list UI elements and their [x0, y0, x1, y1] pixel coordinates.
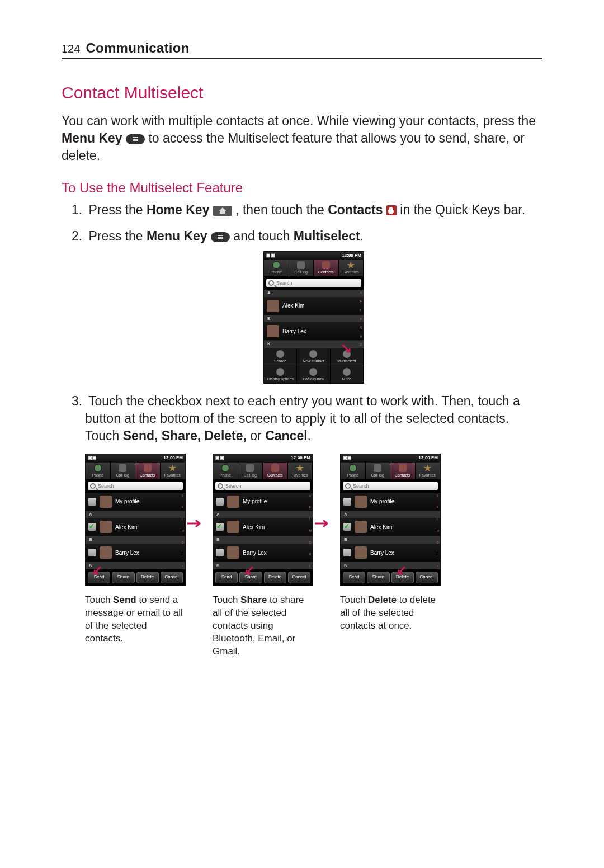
- text: .: [360, 229, 364, 243]
- phone-icon: [94, 464, 102, 472]
- checkbox[interactable]: [216, 549, 224, 556]
- bold-text: Delete: [368, 595, 397, 605]
- checkbox-checked[interactable]: [343, 523, 351, 531]
- checkbox[interactable]: [88, 549, 96, 556]
- tab-bar: Phone Call log Contacts Favorites: [86, 463, 185, 479]
- tab-favorites[interactable]: Favorites: [416, 463, 441, 479]
- tab-label: Phone: [92, 473, 103, 477]
- send-button[interactable]: Send: [343, 572, 365, 583]
- tab-contacts[interactable]: Contacts: [390, 463, 416, 479]
- avatar: [267, 300, 279, 312]
- caption-share: Touch Share to share all of the selected…: [213, 594, 313, 658]
- menu-display-options[interactable]: Display options: [264, 366, 297, 383]
- label: Multiselect: [337, 359, 356, 363]
- menu-new-contact[interactable]: New contact: [297, 348, 330, 365]
- status-bar: ▣▣12:00 PM: [213, 454, 313, 463]
- star-icon: [168, 464, 176, 472]
- section-title: Contact Multiselect: [62, 82, 542, 105]
- contact-row[interactable]: Barry Lex: [264, 322, 364, 341]
- tab-label: Call log: [116, 473, 129, 477]
- contact-row[interactable]: Alex Kim: [341, 518, 440, 536]
- checkbox-checked[interactable]: [88, 523, 96, 531]
- status-bar: ▣▣ 12:00 PM: [264, 252, 364, 260]
- phone-screenshot-menu: ▣▣ 12:00 PM Phone Call log Contacts Favo…: [263, 251, 364, 384]
- checkbox[interactable]: [343, 549, 351, 556]
- star-icon: [347, 261, 355, 269]
- caption-delete: Touch Delete to delete all of the select…: [340, 594, 441, 658]
- checkbox-checked[interactable]: [216, 523, 224, 531]
- contacts-list: My profile A Alex Kim B Barry Lex K AEIM…: [86, 493, 185, 569]
- tab-calllog[interactable]: Call log: [366, 463, 391, 479]
- tab-favorites[interactable]: Favorites: [161, 463, 186, 479]
- cancel-button[interactable]: Cancel: [288, 572, 310, 583]
- share-button[interactable]: Share: [112, 572, 134, 583]
- status-time: 12:00 PM: [342, 253, 361, 259]
- tab-contacts[interactable]: Contacts: [314, 260, 339, 276]
- checkbox[interactable]: [343, 498, 351, 506]
- tab-contacts[interactable]: Contacts: [263, 463, 288, 479]
- tab-calllog[interactable]: Call log: [111, 463, 136, 479]
- home-key-icon: [213, 206, 232, 216]
- menu-search[interactable]: Search: [264, 348, 297, 365]
- az-scroller[interactable]: AEIMQUZ: [182, 493, 184, 569]
- search-placeholder: Search: [353, 483, 369, 489]
- delete-button[interactable]: Delete: [136, 572, 159, 583]
- avatar: [355, 546, 367, 559]
- subheading: To Use the Multiselect Feature: [62, 179, 542, 197]
- az-scroller[interactable]: AEIMQUZ: [360, 290, 362, 348]
- text: or: [250, 428, 265, 443]
- checkbox[interactable]: [88, 498, 96, 506]
- tab-phone[interactable]: Phone: [264, 260, 289, 276]
- search-input[interactable]: Search: [88, 482, 183, 490]
- search-input[interactable]: Search: [266, 279, 361, 287]
- contact-row-profile[interactable]: My profile: [213, 493, 313, 511]
- tab-contacts[interactable]: Contacts: [135, 463, 161, 479]
- phone-screenshot-send: ▣▣12:00 PM Phone Call log Contacts Favor…: [85, 454, 186, 586]
- letter-divider-k: K: [341, 562, 440, 569]
- contact-row[interactable]: Barry Lex: [86, 544, 185, 562]
- label: Display options: [267, 377, 293, 381]
- cancel-button[interactable]: Cancel: [416, 572, 438, 583]
- az-scroller[interactable]: AEIMQUZ: [437, 493, 439, 569]
- menu-backup[interactable]: Backup now: [297, 366, 330, 383]
- letter-divider-b: B: [264, 315, 364, 323]
- label: More: [342, 377, 351, 381]
- tab-phone[interactable]: Phone: [341, 463, 366, 479]
- tab-phone[interactable]: Phone: [86, 463, 111, 479]
- menu-multiselect[interactable]: Multiselect: [331, 348, 364, 365]
- contacts-list: My profile A Alex Kim B Barry Lex K AEIM…: [341, 493, 440, 569]
- tab-phone[interactable]: Phone: [213, 463, 238, 479]
- contact-row[interactable]: Alex Kim: [86, 518, 185, 536]
- contacts-icon: [386, 205, 397, 215]
- search-input[interactable]: Search: [215, 482, 310, 490]
- contact-row-profile[interactable]: My profile: [86, 493, 185, 511]
- tab-calllog[interactable]: Call log: [238, 463, 263, 479]
- letter-divider-a: A: [86, 511, 185, 518]
- share-button[interactable]: Share: [367, 572, 389, 583]
- menu-more[interactable]: More: [331, 366, 364, 383]
- tab-label: Phone: [220, 473, 231, 477]
- contact-row-profile[interactable]: My profile: [341, 493, 440, 511]
- delete-button[interactable]: Delete: [264, 572, 286, 583]
- contact-row[interactable]: Alex Kim: [213, 518, 313, 536]
- text: Touch: [213, 595, 240, 605]
- letter-divider-k: K: [213, 562, 313, 569]
- contact-row[interactable]: Barry Lex: [213, 544, 313, 562]
- bold-text: Cancel: [265, 428, 307, 443]
- flow-arrow-icon: [315, 515, 332, 522]
- tab-favorites[interactable]: Favorites: [288, 463, 313, 479]
- send-button[interactable]: Send: [215, 572, 238, 583]
- figure-row-step3: ▣▣12:00 PM Phone Call log Contacts Favor…: [62, 454, 542, 586]
- tab-calllog[interactable]: Call log: [289, 260, 314, 276]
- contact-row[interactable]: Barry Lex: [341, 544, 440, 562]
- text: .: [308, 428, 311, 443]
- cancel-button[interactable]: Cancel: [161, 572, 183, 583]
- avatar: [100, 546, 112, 559]
- tab-favorites[interactable]: Favorites: [339, 260, 364, 276]
- search-input[interactable]: Search: [343, 482, 438, 490]
- tab-bar: Phone Call log Contacts Favorites: [264, 260, 364, 276]
- contact-row[interactable]: Alex Kim: [264, 297, 364, 315]
- checkbox[interactable]: [216, 498, 224, 506]
- az-scroller[interactable]: AEIMQUZ: [309, 493, 312, 569]
- tab-label: Phone: [271, 270, 282, 274]
